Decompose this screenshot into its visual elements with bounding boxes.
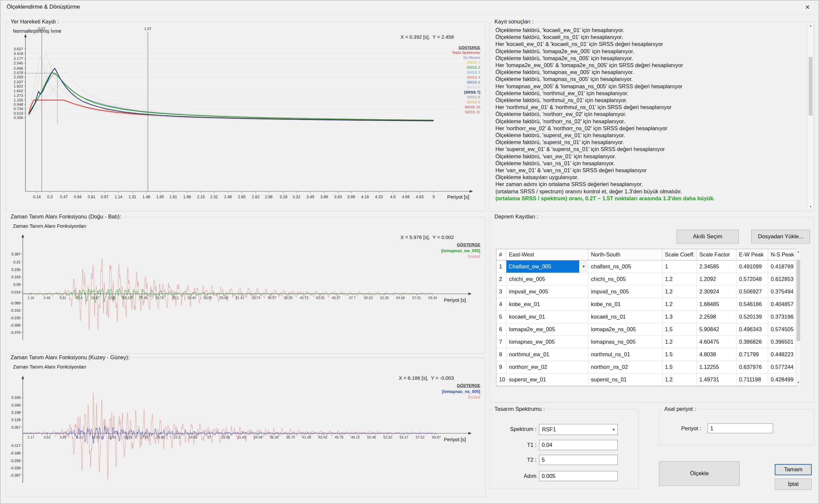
table-cell: 0.428499 — [768, 373, 796, 386]
svg-text:0.387: 0.387 — [11, 252, 20, 256]
scrollbar-thumb[interactable] — [797, 260, 800, 341]
log-lines: Ölçekleme faktörü, 'kocaeli_ew_01' için … — [495, 27, 800, 209]
svg-text:2.269: 2.269 — [14, 75, 23, 79]
legend-item[interactable]: [lomapnas_ew_005] — [441, 248, 480, 254]
period-field[interactable] — [708, 423, 773, 433]
table-cell: 5.90842 — [697, 323, 736, 336]
table-cell: 8 — [496, 348, 506, 361]
legend-item[interactable]: [lomapnas_ns_005] — [442, 389, 480, 395]
table-cell: chichi_ns_005 — [588, 273, 662, 286]
legend-item[interactable]: SRSS 8 — [452, 95, 480, 100]
log-scrollbar[interactable]: ▲ ▼ — [808, 23, 813, 210]
svg-text:50.48: 50.48 — [367, 435, 376, 439]
legend-item[interactable]: SRSS 11 — [452, 110, 480, 115]
scrollbar-up-icon[interactable]: ▲ — [796, 249, 801, 254]
legend-item[interactable]: SRSS 4 — [452, 75, 480, 80]
table-cell: 0.577244 — [768, 361, 796, 373]
table-cell: lomapnas_ew_005 — [506, 336, 588, 348]
table-cell: 4.8038 — [697, 348, 736, 361]
table-row[interactable]: 4kobe_ew_01kobe_ns_011.21.684850.5461860… — [496, 298, 796, 311]
svg-text:24.43: 24.43 — [187, 296, 196, 300]
table-cell: 0.404857 — [768, 298, 796, 311]
column-header[interactable]: N-S Peak — [768, 249, 796, 260]
table-row[interactable]: 8northmul_ew_01northmul_ns_011.54.80380.… — [496, 348, 796, 361]
table-cell: 0.612853 — [768, 273, 796, 286]
table-cell: northorr_ns_02 — [588, 361, 662, 373]
table-cell: 1.12255 — [697, 361, 736, 373]
svg-text:52.35: 52.35 — [380, 296, 389, 300]
svg-text:22.1: 22.1 — [172, 296, 179, 300]
svg-text:1.5T: 1.5T — [144, 27, 151, 31]
svg-text:3.49: 3.49 — [44, 296, 51, 300]
log-line: Ölçekleme faktörü, 'kocaeli_ew_01' için … — [495, 27, 800, 34]
legend-item[interactable]: [SRSS 7] — [452, 90, 480, 95]
column-header[interactable]: E-W Peak — [736, 249, 768, 260]
column-header[interactable]: Scale Coeff. — [662, 249, 697, 260]
svg-text:40.72: 40.72 — [300, 296, 308, 300]
svg-text:3.637: 3.637 — [14, 47, 23, 51]
table-row[interactable]: 10superst_ew_01superst_ns_011.21.497310.… — [496, 373, 796, 386]
table-cell: 0.375494 — [768, 286, 796, 298]
ok-button[interactable]: Tamam — [775, 464, 812, 475]
table-cell: northmul_ns_01 — [588, 348, 662, 361]
legend-item[interactable]: SRSS 2 — [452, 65, 480, 70]
load-from-file-button[interactable]: Dosyadan Yükle... — [751, 230, 810, 244]
column-header[interactable]: East-West — [506, 249, 588, 260]
scale-button[interactable]: Ölçekle — [659, 461, 740, 486]
legend-item[interactable]: SRSS 9 — [452, 100, 480, 105]
svg-text:1.65: 1.65 — [156, 195, 164, 199]
scrollbar-down-icon[interactable]: ▼ — [796, 380, 801, 385]
close-icon: ✕ — [805, 4, 810, 11]
svg-text:0.016: 0.016 — [11, 290, 20, 294]
legend-item[interactable]: Tepki Spektrumu — [452, 50, 480, 55]
coords-readout: X = 5.976 [s], Y = 0.002 — [401, 234, 454, 240]
t2-field[interactable] — [539, 455, 618, 465]
close-button[interactable]: ✕ — [798, 0, 817, 15]
table-cell: impvall_ew_005 — [506, 286, 588, 298]
table-row[interactable]: 9northorr_ew_02northorr_ns_021.51.122550… — [496, 361, 796, 373]
column-header[interactable]: Scale Factor — [697, 249, 736, 260]
spectrum-label: Spektrum : — [495, 426, 536, 432]
scrollbar-thumb[interactable] — [809, 57, 812, 116]
legend-item[interactable]: SRSS 10 — [452, 105, 480, 110]
step-field[interactable] — [539, 471, 618, 481]
table-cell: 0.574505 — [768, 323, 796, 336]
window-title: Ölçeklendirme & Dönüştürme — [7, 4, 80, 10]
svg-text:1.16: 1.16 — [27, 296, 34, 300]
legend-item[interactable]: Sa Means — [452, 55, 480, 60]
response-spectrum-chart[interactable]: 0.3060.5190.7340.9481.1551.3731.6021.822… — [6, 22, 486, 211]
record-combobox[interactable]: Chalfant_ew_005▾ — [506, 260, 588, 273]
smart-select-button[interactable]: Akıllı Seçim — [677, 230, 739, 244]
legend-item[interactable]: SRSS 1 — [452, 60, 480, 65]
legend-item[interactable]: Scaled — [441, 254, 480, 260]
svg-text:3.418: 3.418 — [14, 52, 23, 56]
spectrum-select[interactable]: RSF1 ▾ — [539, 424, 618, 435]
table-row[interactable]: 5kocaeli_ew_01kocaeli_ns_011.32.25980.52… — [496, 311, 796, 323]
svg-text:3.66: 3.66 — [320, 195, 328, 199]
column-header[interactable]: # — [496, 249, 506, 260]
scrollbar-up-icon[interactable]: ▲ — [808, 23, 813, 28]
legend-item[interactable]: SRSS 5 — [452, 80, 480, 85]
legend-item[interactable]: Scaled — [442, 395, 480, 401]
records-scrollbar[interactable]: ▲ ▼ — [796, 249, 801, 386]
scrollbar-down-icon[interactable]: ▼ — [808, 204, 813, 210]
svg-text:3.32: 3.32 — [293, 195, 300, 199]
log-line: Ölçekleme faktörü, 'northmul_ew_01' için… — [495, 90, 800, 97]
chevron-down-icon[interactable]: ▾ — [579, 260, 588, 273]
table-cell: 0.386826 — [736, 336, 768, 348]
svg-text:15.12: 15.12 — [123, 296, 132, 300]
table-row[interactable]: 6lomapa2e_ew_005lomapa2e_ns_0051.55.9084… — [496, 323, 796, 336]
legend-item[interactable]: SRSS 3 — [452, 70, 480, 75]
table-cell: 7 — [496, 336, 506, 348]
t1-field[interactable] — [539, 440, 618, 450]
svg-text:29.35: 29.35 — [221, 435, 230, 439]
table-row[interactable]: 2chichi_ew_005chichi_ns_0051.21.20920.57… — [496, 273, 796, 286]
svg-text:2.945: 2.945 — [14, 61, 23, 65]
cancel-button[interactable]: İptal — [775, 479, 812, 490]
table-row[interactable]: 1Chalfant_ew_005▾chalfant_ns_00512.34585… — [496, 260, 796, 273]
column-header[interactable]: North-South — [588, 249, 662, 260]
svg-text:1.822: 1.822 — [14, 84, 23, 88]
legend-item[interactable]: SRSS 6 — [452, 85, 480, 90]
table-row[interactable]: 3impvall_ew_005impvall_ns_0051.22.309240… — [496, 286, 796, 298]
table-row[interactable]: 7lomapnas_ew_005lomapnas_ns_0051.24.6047… — [496, 336, 796, 348]
